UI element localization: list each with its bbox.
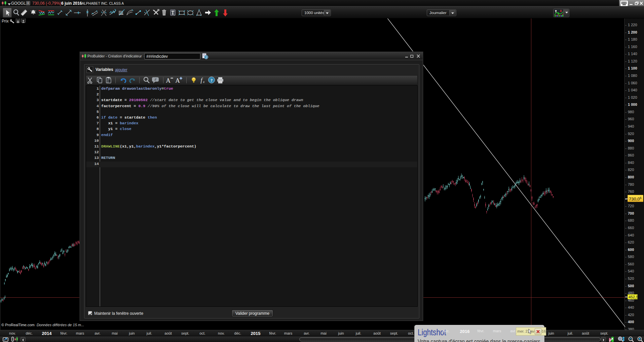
svg-text:A: A [166, 77, 171, 84]
svg-text:A: A [175, 77, 180, 84]
svg-text:?: ? [205, 56, 207, 59]
svg-text:x: x [203, 80, 205, 84]
svg-text:?: ? [211, 78, 213, 83]
